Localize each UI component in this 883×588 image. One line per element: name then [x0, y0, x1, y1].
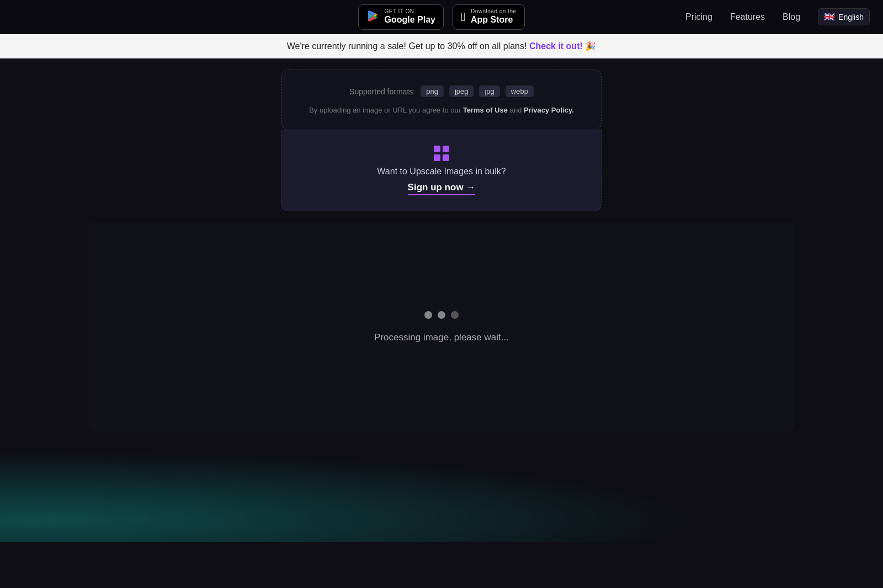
- app-store-text: Download on the App Store: [471, 8, 517, 25]
- formats-label: Supported formats:: [349, 87, 415, 96]
- tos-prefix: By uploading an image or URL you agree t…: [309, 106, 462, 114]
- processing-text: Processing image, please wait...: [374, 332, 509, 343]
- google-play-button[interactable]: GET IT ON Google Play: [358, 4, 443, 30]
- privacy-policy-link[interactable]: Privacy Policy.: [524, 106, 574, 114]
- google-play-icon: [366, 10, 379, 24]
- tos-paragraph: By uploading an image or URL you agree t…: [300, 106, 583, 114]
- navbar: GET IT ON Google Play  Download on the …: [0, 0, 883, 34]
- app-store-button[interactable]:  Download on the App Store: [453, 4, 525, 30]
- dot-2: [438, 311, 445, 319]
- and-text: and: [508, 106, 524, 114]
- formats-row: Supported formats: png jpeg jpg webp: [300, 85, 583, 97]
- bottom-glow: [0, 432, 883, 542]
- google-play-text: GET IT ON Google Play: [384, 8, 435, 25]
- navbar-center: GET IT ON Google Play  Download on the …: [358, 4, 524, 30]
- nav-blog[interactable]: Blog: [783, 12, 800, 22]
- sale-text: We're currently running a sale! Get up t…: [287, 41, 529, 51]
- bulk-title: Want to Upscale Images in bulk?: [377, 167, 506, 177]
- apple-icon: : [461, 11, 465, 23]
- nav-pricing[interactable]: Pricing: [685, 12, 712, 22]
- upload-card: Supported formats: png jpeg jpg webp By …: [281, 70, 602, 130]
- terms-of-use-link[interactable]: Terms of Use: [463, 106, 508, 114]
- nav-features[interactable]: Features: [730, 12, 765, 22]
- main-content: Supported formats: png jpeg jpg webp By …: [0, 58, 883, 542]
- format-jpeg: jpeg: [449, 85, 474, 97]
- processing-dots: [424, 311, 459, 319]
- sale-banner: We're currently running a sale! Get up t…: [0, 34, 883, 58]
- format-png: png: [421, 85, 444, 97]
- flag-icon: 🇬🇧: [824, 12, 835, 22]
- sign-up-link[interactable]: Sign up now →: [408, 182, 476, 195]
- format-webp: webp: [506, 85, 534, 97]
- cards-wrapper: Supported formats: png jpeg jpg webp By …: [281, 64, 602, 211]
- dot-3: [451, 311, 459, 319]
- language-selector[interactable]: 🇬🇧 English: [818, 8, 870, 25]
- language-label: English: [838, 13, 864, 22]
- processing-section: Processing image, please wait...: [88, 222, 795, 432]
- format-jpg: jpg: [479, 85, 499, 97]
- navbar-right: Pricing Features Blog 🇬🇧 English: [685, 8, 870, 25]
- dot-1: [424, 311, 432, 319]
- grid-icon: [434, 146, 449, 161]
- bulk-upscale-card: Want to Upscale Images in bulk? Sign up …: [281, 130, 602, 211]
- sale-link[interactable]: Check it out! 🎉: [529, 41, 596, 51]
